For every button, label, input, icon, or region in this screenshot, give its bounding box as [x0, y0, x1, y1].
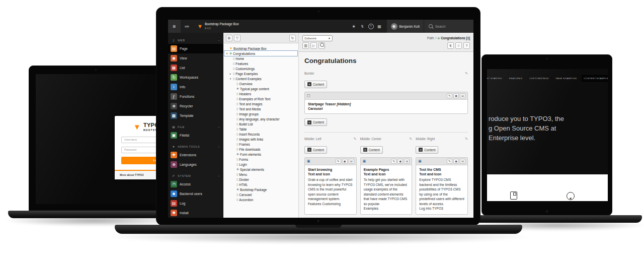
module-item-filelist[interactable]: ▣Filelist: [168, 131, 223, 140]
new-page-button[interactable]: ⊞: [226, 35, 232, 41]
tree-item[interactable]: ▯HTML: [224, 182, 297, 187]
module-item-page[interactable]: ▤Page: [168, 44, 223, 53]
module-group-file[interactable]: ▤FILE–: [168, 123, 223, 131]
expander-icon[interactable]: ▾: [225, 52, 228, 55]
edit-column-icon[interactable]: ✎: [465, 72, 468, 76]
search-record-button[interactable]: [318, 42, 325, 49]
edit-icon[interactable]: ✎: [447, 159, 452, 164]
edit-column-icon[interactable]: ✎: [409, 137, 412, 141]
password-field[interactable]: [121, 147, 156, 153]
module-item-list[interactable]: ▦List: [168, 63, 223, 73]
refresh-button[interactable]: ↻: [289, 35, 296, 41]
bookmark-page-button[interactable]: ☆: [455, 42, 462, 49]
add-content-button[interactable]: +Content: [416, 146, 438, 154]
module-group-admin-tools[interactable]: ➤ADMIN TOOLS–: [168, 143, 223, 150]
frontend-nav-item[interactable]: FEATURES: [508, 76, 524, 81]
tree-item[interactable]: ▯Carousel: [224, 192, 297, 197]
content-link[interactable]: Features Customizing: [308, 202, 353, 207]
tree-item[interactable]: ▯Images with links: [224, 137, 297, 142]
tree-item[interactable]: ▯Accordion: [224, 197, 297, 202]
menu-toggle-button[interactable]: ≡: [168, 20, 181, 33]
frontend-nav-item[interactable]: CONTENT EXAMPLES: [582, 76, 608, 81]
module-group-web[interactable]: ▯WEB–: [168, 36, 223, 44]
tree-item[interactable]: ✛Bootstrap Package: [224, 187, 297, 192]
docheader-help-button[interactable]: ?: [463, 42, 470, 49]
tree-item[interactable]: ▾▯Content Examples: [224, 76, 297, 81]
module-item-languages[interactable]: ⊕Languages: [168, 160, 223, 169]
content-link[interactable]: Log into TYPO3: [419, 206, 464, 211]
delete-icon[interactable]: ⊟: [349, 159, 354, 164]
edit-icon[interactable]: ✎: [391, 159, 396, 164]
tree-item[interactable]: ▸▯Page Examples: [224, 71, 297, 76]
tree-item[interactable]: ▯Text and Images: [224, 101, 297, 106]
add-content-button[interactable]: +Content: [304, 146, 327, 154]
view-webpage-button[interactable]: ▷: [310, 42, 317, 49]
module-item-install[interactable]: ✱Install: [168, 208, 223, 218]
delete-icon[interactable]: ⊟: [460, 93, 465, 98]
module-item-template[interactable]: ▩Template: [168, 111, 223, 120]
tree-item[interactable]: ▯Bullet List: [224, 121, 297, 126]
expander-icon[interactable]: ▾: [229, 77, 232, 80]
visibility-icon[interactable]: ◉: [453, 159, 459, 164]
module-item-access[interactable]: ⊓Access: [168, 179, 223, 189]
tree-item[interactable]: ▯Login: [224, 162, 297, 167]
tree-item[interactable]: ▯File downloads: [224, 147, 297, 152]
module-item-workspaces[interactable]: ↻Workspaces: [168, 73, 223, 82]
frontend-nav-item[interactable]: CUSTOMIZINGS: [528, 76, 550, 81]
tree-item[interactable]: ▯Overview: [224, 81, 297, 86]
delete-icon[interactable]: ⊟: [404, 159, 410, 164]
tree-item[interactable]: ▯Headers: [224, 91, 297, 96]
tree-item[interactable]: ▯Menu: [224, 172, 297, 177]
cache-button[interactable]: ▥: [302, 42, 309, 49]
clear-cache-button[interactable]: ↯: [358, 20, 367, 33]
login-button[interactable]: Login: [121, 157, 156, 164]
visibility-icon[interactable]: ◉: [397, 159, 403, 164]
tree-item[interactable]: ▯Examples of Rich Text: [224, 96, 297, 101]
tree-item[interactable]: ▯Features: [224, 61, 297, 66]
edit-icon[interactable]: ✎: [447, 93, 452, 98]
add-content-button[interactable]: + Content: [304, 118, 327, 126]
module-item-functions[interactable]: ƒFunctions: [168, 92, 223, 101]
tree-item[interactable]: ✛Special elements: [224, 167, 297, 172]
module-item-info[interactable]: iInfo: [168, 82, 223, 92]
module-group-system[interactable]: ✐SYSTEM–: [168, 172, 223, 179]
module-item-recycler[interactable]: ⊗Recycler: [168, 101, 223, 111]
tree-item[interactable]: ✛Form elements: [224, 152, 297, 157]
visibility-icon[interactable]: ◉: [453, 93, 459, 98]
tree-item[interactable]: ▾⊕Congratulations: [224, 51, 297, 56]
tree-item[interactable]: ▯Forms: [224, 157, 297, 162]
tree-item[interactable]: ▯Any language, any character: [224, 116, 297, 121]
columns-select[interactable]: Columns ▼: [302, 35, 333, 41]
add-content-button[interactable]: + Content: [304, 81, 327, 88]
more-about-link[interactable]: More about TYPO3: [120, 173, 143, 176]
bookmark-button[interactable]: ★: [350, 20, 358, 33]
module-item-backend-users[interactable]: ☻Backend users: [168, 189, 223, 199]
tree-item[interactable]: ▼Bootstrap Package Box: [224, 46, 297, 51]
pagetree-toggle-button[interactable]: ≔: [181, 20, 193, 33]
modules-grid-button[interactable]: ▦: [375, 20, 384, 33]
tree-item[interactable]: ▯Divider: [224, 177, 297, 182]
add-content-button[interactable]: +Content: [360, 146, 383, 154]
module-item-log[interactable]: ▤Log: [168, 199, 223, 208]
search-box[interactable]: Search: [424, 20, 473, 33]
module-item-extensions[interactable]: ✚Extensions: [168, 150, 223, 160]
tree-item[interactable]: ▯Table: [224, 126, 297, 132]
expander-icon[interactable]: ▸: [229, 72, 232, 75]
help-button[interactable]: ?: [367, 20, 375, 33]
filter-button[interactable]: ▽: [234, 35, 240, 41]
edit-column-icon[interactable]: ✎: [465, 137, 468, 141]
content-link[interactable]: Examples: [364, 206, 409, 211]
edit-column-icon[interactable]: ✎: [354, 137, 357, 141]
module-item-view[interactable]: ◉View: [168, 53, 223, 63]
user-menu[interactable]: ☻ Benjamin Kott: [387, 20, 424, 33]
visibility-icon[interactable]: ◉: [342, 159, 348, 164]
tree-item[interactable]: ▯Customizings: [224, 66, 297, 71]
delete-icon[interactable]: ⊟: [460, 159, 465, 164]
username-field[interactable]: [121, 137, 156, 143]
clear-cache-page-button[interactable]: ↯: [447, 42, 454, 49]
frontend-nav-item[interactable]: PAGE EXAMPLES: [554, 76, 578, 81]
tree-item[interactable]: ▯Text and Media: [224, 106, 297, 111]
tree-item[interactable]: ▯Frames: [224, 142, 297, 147]
tree-item[interactable]: ✛Typical page content: [224, 86, 297, 91]
tree-item[interactable]: ▯Insert Records: [224, 132, 297, 137]
